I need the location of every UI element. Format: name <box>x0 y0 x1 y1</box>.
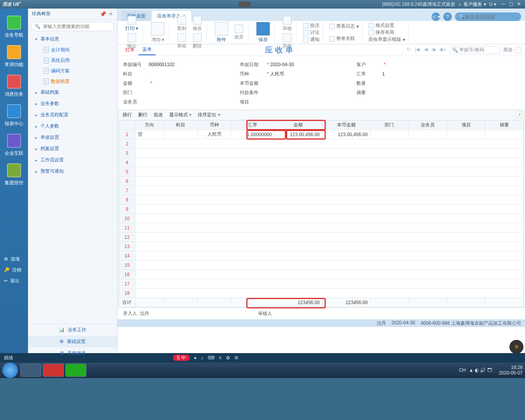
global-search[interactable]: 🔍 <box>455 12 521 21</box>
approve-button[interactable]: 批注 <box>303 23 320 29</box>
grid-row[interactable]: 16 <box>119 270 524 279</box>
attach-button[interactable]: 附件 <box>213 21 230 44</box>
field-no[interactable]: 0000001102 <box>149 62 175 67</box>
refresh-button[interactable]: ↻ <box>405 47 412 54</box>
grid-row[interactable]: 9 <box>119 205 524 214</box>
save-button[interactable]: 保存 <box>255 21 271 44</box>
tray-icon[interactable]: ▲ ◐ 🔊 🗔 <box>469 368 492 373</box>
grid-row[interactable]: 2 <box>119 139 524 149</box>
advanced-link[interactable]: 高级 <box>503 47 513 53</box>
minimize-button[interactable]: — <box>500 1 506 7</box>
tree-search[interactable]: 🔍 <box>31 22 114 31</box>
start-button[interactable] <box>2 362 18 378</box>
tree-leaf-period[interactable]: 会计期间 <box>28 45 117 55</box>
tree-node-base[interactable]: ▸基础档案 <box>28 87 117 98</box>
foot-base[interactable]: ⚙基础设置 <box>28 336 117 347</box>
titlebar-dropdown[interactable] <box>239 2 251 7</box>
tree-leaf-enable[interactable]: 系统启用 <box>28 55 117 66</box>
code-search[interactable]: 🔍 单据号/条码 <box>449 46 500 54</box>
nav-fav[interactable]: 常用功能 <box>0 41 28 71</box>
copy-button[interactable]: 复制 <box>176 15 188 33</box>
notify-button[interactable]: 通知 <box>303 37 320 43</box>
grid-row-1[interactable]: 1 贷人民币 1.00000000123.00,456.00 123.00,45… <box>119 130 524 139</box>
nav-grp[interactable]: 集团管控 <box>0 159 28 189</box>
add-button[interactable]: 增加 ▾ <box>149 21 166 44</box>
grid-row[interactable]: 13 <box>119 242 524 251</box>
link-button[interactable]: 整单关联 <box>329 36 355 42</box>
abandon-button[interactable]: 放弃 <box>233 24 245 41</box>
nav-msg[interactable]: 消息任务 <box>0 71 28 100</box>
template-select[interactable]: 应收单显示模版 ▾ <box>369 37 405 43</box>
batch-edit-button[interactable]: 批改 <box>154 112 163 118</box>
delete-row-button[interactable]: 删行 <box>138 112 147 118</box>
taskbar-explorer[interactable] <box>20 364 41 377</box>
ime-icons[interactable]: ● ♪ ⌨ ≡ ✿ ⚙ <box>194 355 240 360</box>
grid-row[interactable]: 17 <box>119 279 524 289</box>
expand-button[interactable]: ↗ <box>516 112 522 118</box>
home-icon[interactable]: ⌂ <box>458 2 461 7</box>
close-button[interactable]: ✕ <box>516 1 522 7</box>
grid-row[interactable]: 10 <box>119 214 524 223</box>
tree-node-wf[interactable]: ▸工作流设置 <box>28 154 117 166</box>
display-format-select[interactable]: 显示格式 <box>169 112 191 118</box>
lang-indicator[interactable]: CH <box>459 368 465 373</box>
field-rate[interactable]: 1 <box>382 71 385 77</box>
grid-row[interactable]: 8 <box>119 195 524 205</box>
field-date[interactable]: 2020-04-30 <box>270 62 294 67</box>
foot-work[interactable]: 📊业务工作 <box>28 324 117 336</box>
grid-row[interactable]: 12 <box>119 233 524 242</box>
nav-biz[interactable]: 业务导航 <box>0 12 28 41</box>
taskbar-wechat[interactable] <box>65 364 86 377</box>
foot-sys[interactable]: 🖥系统服务 <box>28 347 117 359</box>
grid-row[interactable]: 18 <box>119 289 524 298</box>
taskbar-u8[interactable] <box>43 364 64 377</box>
ime-indicator[interactable]: S中 <box>173 355 190 361</box>
grid-row[interactable]: 5 <box>119 167 524 177</box>
tree-node-personal[interactable]: ▸个人参数 <box>28 121 117 132</box>
red-bill-tab[interactable]: 红单 <box>121 45 139 55</box>
tree-root[interactable]: ▾基本信息 <box>28 33 117 45</box>
next-button[interactable]: ▶ <box>431 47 438 54</box>
log-button[interactable]: 查看日志 ▾ <box>329 23 359 30</box>
maximize-button[interactable]: ▢ <box>508 1 514 7</box>
tree-node-flow[interactable]: ▸业务流程配置 <box>28 109 117 121</box>
grid-row[interactable]: 3 <box>119 149 524 158</box>
tree-search-input[interactable] <box>43 24 111 29</box>
tree-node-bizparam[interactable]: ▸业务参数 <box>28 98 117 109</box>
print-button[interactable]: 打印 ▾ <box>124 15 140 33</box>
nav-rep[interactable]: 报表中心 <box>0 100 28 130</box>
discuss-button[interactable]: 讨论 <box>303 30 320 36</box>
nav-logout[interactable]: 🔑注销 <box>0 264 28 275</box>
customer-service[interactable]: 客户服务 ▾ <box>464 1 486 8</box>
grid-row[interactable]: 14 <box>119 251 524 261</box>
tree-node-doc[interactable]: ▸单据设置 <box>28 132 117 143</box>
clock[interactable]: 16:282020-05-07 <box>499 365 523 376</box>
grid-row[interactable]: 6 <box>119 177 524 186</box>
tree-node-arch[interactable]: ▸档案设置 <box>28 143 117 154</box>
audit-button[interactable]: 审核 <box>281 15 293 33</box>
tree-close-icon[interactable]: ✕ <box>109 11 113 17</box>
pin-icon[interactable]: 📌 <box>100 11 106 17</box>
grid-row[interactable]: 7 <box>119 186 524 195</box>
grid-row[interactable]: 4 <box>119 158 524 167</box>
grid-row[interactable]: 15 <box>119 261 524 270</box>
edit-button[interactable]: 修改 <box>191 15 204 33</box>
blue-bill-tab[interactable]: 蓝单 <box>139 45 156 55</box>
user-icon[interactable]: ☺ ▾ <box>432 12 440 21</box>
layout-button[interactable]: 保存布局 <box>369 30 394 36</box>
nav-exit[interactable]: ↩退出 <box>0 275 28 286</box>
nav-ent[interactable]: 企业互联 <box>0 130 28 159</box>
assistant-icon[interactable]: ⚙ <box>509 340 523 354</box>
help-icon[interactable]: ? <box>443 12 452 21</box>
format-button[interactable]: 格式设置 <box>369 23 394 29</box>
tree-leaf-precision[interactable]: 数据精度 <box>28 76 117 87</box>
tree-leaf-code[interactable]: 编码方案 <box>28 66 117 76</box>
fullscreen-button[interactable] <box>515 47 521 53</box>
sort-select[interactable]: 排序定位 <box>198 112 220 118</box>
field-curr[interactable]: 人民币 <box>270 71 284 77</box>
tree-node-alert[interactable]: ▸预警与通知 <box>28 166 117 177</box>
last-button[interactable]: ▶| <box>439 47 446 54</box>
u-menu[interactable]: U ▾ <box>489 2 496 7</box>
global-search-input[interactable] <box>465 14 525 20</box>
prev-button[interactable]: ◀ <box>422 47 429 54</box>
